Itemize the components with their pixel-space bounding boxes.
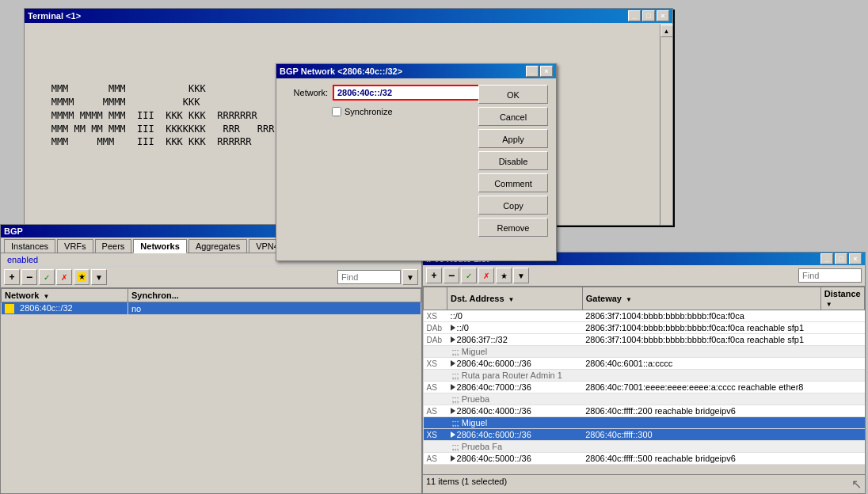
synchronize-label: Synchronize: [345, 107, 393, 116]
tab-instances[interactable]: Instances: [4, 239, 55, 253]
cell-gateway: 2806:40c:ffff::200 reachable bridgeipv6: [582, 405, 820, 417]
col-gateway[interactable]: Gateway ▼: [582, 287, 820, 310]
col-type[interactable]: [424, 287, 447, 310]
table-row[interactable]: DAb ::/0 2806:3f7:1004:bbbb:bbbb:bbbb:f0…: [424, 322, 865, 334]
cell-gateway: 2806:40c:ffff::500 reachable bridgeipv6: [582, 453, 820, 465]
enable-button[interactable]: ✓: [39, 269, 55, 285]
ipv6-disable-btn[interactable]: ✗: [478, 268, 494, 283]
bgp-dialog-close[interactable]: ×: [540, 66, 553, 77]
terminal-minimize-btn[interactable]: _: [628, 10, 641, 21]
tab-vrfs[interactable]: VRFs: [57, 239, 93, 253]
cell-type: XS: [424, 429, 447, 441]
enabled-badge: enabled: [4, 253, 41, 266]
ipv6-route-table: Dst. Address ▼ Gateway ▼ Distance ▼ XS :…: [423, 287, 865, 466]
table-row[interactable]: 2806:40c::/32 no: [2, 302, 421, 315]
terminal-scrollbar[interactable]: ▲: [660, 25, 672, 225]
cell-gateway: 2806:3f7:1004:bbbb:bbbb:bbbb:f0ca:f0ca r…: [582, 334, 820, 346]
ipv6-add-btn[interactable]: +: [426, 268, 442, 283]
cell-gateway: 2806:40c:6001::a:cccc: [582, 358, 820, 370]
cell-gateway: 2806:3f7:1004:bbbb:bbbb:bbbb:f0ca:f0ca: [582, 310, 820, 322]
cell-distance: [820, 382, 864, 393]
cell-distance: [820, 429, 864, 441]
cell-sync: no: [128, 302, 421, 315]
ipv6-toolbar: + − ✓ ✗ ★ ▼: [423, 265, 865, 287]
add-button[interactable]: +: [4, 269, 20, 285]
bgp-dialog-title: BGP Network <2806:40c::/32>: [280, 66, 402, 76]
table-row[interactable]: AS 2806:40c:4000::/36 2806:40c:ffff::200…: [424, 405, 865, 417]
ipv6-star-btn[interactable]: ★: [496, 268, 512, 283]
sort-icon: ▼: [43, 293, 49, 300]
cell-gateway: bridgeipv6 reachable: [582, 465, 820, 466]
bgp-network-dialog: BGP Network <2806:40c::/32> _ × Network:…: [276, 63, 557, 261]
filter-button[interactable]: ▼: [91, 269, 107, 285]
cursor-icon: ↖: [851, 477, 862, 492]
ipv6-remove-btn[interactable]: −: [444, 268, 459, 283]
tab-aggregates[interactable]: Aggregates: [188, 239, 247, 253]
scroll-up-arrow[interactable]: ▲: [661, 25, 673, 37]
table-row[interactable]: AS 2806:40c:7000::/36 2806:40c:7001:eeee…: [424, 382, 865, 393]
col-network[interactable]: Network ▼: [2, 289, 128, 302]
find-dropdown-btn[interactable]: ▼: [402, 269, 418, 285]
table-row[interactable]: DAC 2806:40c:... bridgeipv6 reachable: [424, 465, 865, 466]
ipv6-enable-btn[interactable]: ✓: [461, 268, 477, 283]
x-icon: ✗: [61, 273, 67, 282]
cell-comment: ;;; Ruta para Router Admin 1: [424, 370, 865, 382]
ipv6-find-container: [798, 268, 862, 283]
cancel-button[interactable]: Cancel: [478, 107, 548, 126]
cell-distance: [820, 453, 864, 465]
bgp-table: Network ▼ Synchron... 2806:40c::/32 no: [1, 288, 421, 315]
ipv6-minimize-btn[interactable]: _: [820, 253, 833, 264]
table-row[interactable]: DAb 2806:3f7::/32 2806:3f7:1004:bbbb:bbb…: [424, 334, 865, 346]
status-text: 11 items (1 selected): [426, 477, 507, 486]
cell-gateway: 2806:40c:ffff::300: [582, 429, 820, 441]
remove-toolbar-button[interactable]: −: [21, 269, 37, 285]
col-dst[interactable]: Dst. Address ▼: [447, 287, 583, 310]
table-row[interactable]: AS 2806:40c:5000::/36 2806:40c:ffff::500…: [424, 453, 865, 465]
table-row[interactable]: XS 2806:40c:6000::/36 2806:40c:6001::a:c…: [424, 358, 865, 370]
col-distance[interactable]: Distance ▼: [820, 287, 864, 310]
cell-type: XS: [424, 358, 447, 370]
find-container: ▼: [337, 269, 418, 285]
check-icon: ✓: [44, 273, 50, 282]
cell-dst: 2806:40c:5000::/36: [447, 453, 583, 465]
ipv6-find-input[interactable]: [798, 268, 862, 283]
cell-type: XS: [424, 310, 447, 322]
ipv6-filter-btn[interactable]: ▼: [513, 268, 529, 283]
cell-type: DAb: [424, 334, 447, 346]
ok-button[interactable]: OK: [478, 85, 548, 104]
star-button[interactable]: ★: [74, 269, 89, 285]
cell-distance: [820, 405, 864, 417]
ipv6-table-container[interactable]: Dst. Address ▼ Gateway ▼ Distance ▼ XS :…: [423, 287, 865, 466]
remove-button[interactable]: Remove: [478, 218, 548, 237]
ipv6-maximize-btn[interactable]: □: [835, 253, 847, 264]
table-row-comment: ;;; Prueba Fa: [424, 441, 865, 453]
tab-peers[interactable]: Peers: [95, 239, 132, 253]
col-sync[interactable]: Synchron...: [128, 289, 421, 302]
disable-toolbar-button[interactable]: ✗: [56, 269, 72, 285]
ipv6-close-btn[interactable]: ×: [849, 253, 862, 264]
x-icon: ✗: [483, 272, 489, 280]
synchronize-checkbox[interactable]: [332, 107, 341, 116]
cell-dst: ::/0: [447, 322, 583, 334]
star-icon: ★: [77, 272, 86, 282]
terminal-close-btn[interactable]: ×: [657, 10, 669, 21]
comment-button[interactable]: Comment: [478, 173, 548, 192]
find-input[interactable]: [337, 270, 401, 284]
cell-dst: ::/0: [447, 310, 583, 322]
check-icon: ✓: [466, 272, 472, 280]
apply-button[interactable]: Apply: [478, 129, 548, 148]
tab-networks[interactable]: Networks: [133, 239, 187, 253]
cell-distance: [820, 322, 864, 334]
table-row-selected[interactable]: XS 2806:40c:6000::/36 2806:40c:ffff::300: [424, 429, 865, 441]
cell-comment: ;;; Prueba Fa: [424, 441, 865, 453]
cell-dst: 2806:40c:4000::/36: [447, 405, 583, 417]
copy-button[interactable]: Copy: [478, 196, 548, 215]
disable-button[interactable]: Disable: [478, 151, 548, 170]
cell-type: AS: [424, 405, 447, 417]
bgp-dialog-titlebar: BGP Network <2806:40c::/32> _ ×: [276, 64, 556, 78]
filter-icon: ▼: [95, 273, 103, 282]
table-row[interactable]: XS ::/0 2806:3f7:1004:bbbb:bbbb:bbbb:f0c…: [424, 310, 865, 322]
bgp-dialog-minimize[interactable]: _: [526, 66, 539, 77]
terminal-maximize-btn[interactable]: □: [642, 10, 655, 21]
minus-icon: −: [448, 270, 455, 281]
